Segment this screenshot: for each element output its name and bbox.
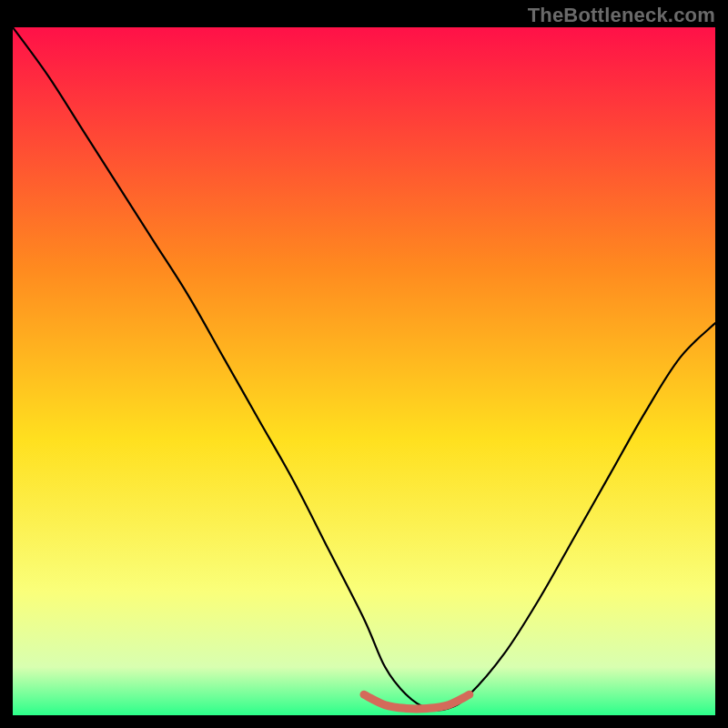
gradient-background [13,27,715,715]
chart-frame: TheBottleneck.com [0,0,728,728]
watermark-text: TheBottleneck.com [528,4,715,27]
plot-area [13,27,715,715]
bottleneck-chart [13,27,715,715]
